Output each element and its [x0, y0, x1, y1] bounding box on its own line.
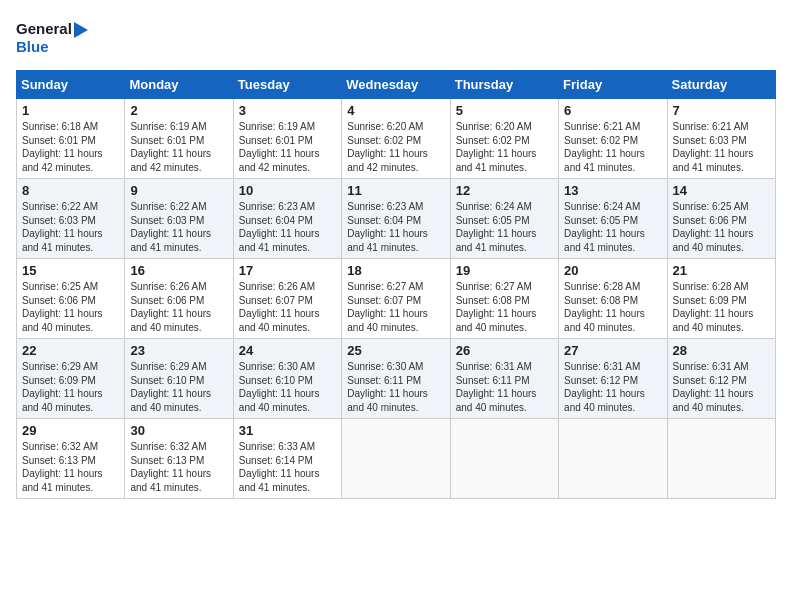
day-number: 24	[239, 343, 336, 358]
svg-marker-1	[74, 22, 88, 38]
calendar-cell: 14Sunrise: 6:25 AMSunset: 6:06 PMDayligh…	[667, 179, 775, 259]
calendar-cell: 13Sunrise: 6:24 AMSunset: 6:05 PMDayligh…	[559, 179, 667, 259]
day-number: 7	[673, 103, 770, 118]
cell-content: Sunrise: 6:24 AMSunset: 6:05 PMDaylight:…	[456, 200, 553, 254]
calendar-cell: 25Sunrise: 6:30 AMSunset: 6:11 PMDayligh…	[342, 339, 450, 419]
calendar-cell: 15Sunrise: 6:25 AMSunset: 6:06 PMDayligh…	[17, 259, 125, 339]
svg-text:General: General	[16, 20, 72, 37]
calendar-table: Sunday Monday Tuesday Wednesday Thursday…	[16, 70, 776, 499]
calendar-cell: 23Sunrise: 6:29 AMSunset: 6:10 PMDayligh…	[125, 339, 233, 419]
calendar-cell: 31Sunrise: 6:33 AMSunset: 6:14 PMDayligh…	[233, 419, 341, 499]
calendar-cell: 17Sunrise: 6:26 AMSunset: 6:07 PMDayligh…	[233, 259, 341, 339]
calendar-cell: 3Sunrise: 6:19 AMSunset: 6:01 PMDaylight…	[233, 99, 341, 179]
cell-content: Sunrise: 6:28 AMSunset: 6:09 PMDaylight:…	[673, 280, 770, 334]
calendar-cell: 19Sunrise: 6:27 AMSunset: 6:08 PMDayligh…	[450, 259, 558, 339]
day-number: 22	[22, 343, 119, 358]
day-number: 18	[347, 263, 444, 278]
day-number: 1	[22, 103, 119, 118]
day-number: 10	[239, 183, 336, 198]
day-number: 19	[456, 263, 553, 278]
cell-content: Sunrise: 6:26 AMSunset: 6:06 PMDaylight:…	[130, 280, 227, 334]
calendar-cell: 12Sunrise: 6:24 AMSunset: 6:05 PMDayligh…	[450, 179, 558, 259]
cell-content: Sunrise: 6:18 AMSunset: 6:01 PMDaylight:…	[22, 120, 119, 174]
cell-content: Sunrise: 6:32 AMSunset: 6:13 PMDaylight:…	[130, 440, 227, 494]
calendar-cell: 2Sunrise: 6:19 AMSunset: 6:01 PMDaylight…	[125, 99, 233, 179]
day-number: 13	[564, 183, 661, 198]
day-number: 26	[456, 343, 553, 358]
logo: General Blue	[16, 16, 96, 60]
col-friday: Friday	[559, 71, 667, 99]
day-number: 3	[239, 103, 336, 118]
calendar-cell: 22Sunrise: 6:29 AMSunset: 6:09 PMDayligh…	[17, 339, 125, 419]
day-number: 25	[347, 343, 444, 358]
calendar-cell: 6Sunrise: 6:21 AMSunset: 6:02 PMDaylight…	[559, 99, 667, 179]
day-number: 12	[456, 183, 553, 198]
day-number: 6	[564, 103, 661, 118]
header: General Blue	[16, 16, 776, 60]
day-number: 15	[22, 263, 119, 278]
calendar-cell: 18Sunrise: 6:27 AMSunset: 6:07 PMDayligh…	[342, 259, 450, 339]
day-number: 20	[564, 263, 661, 278]
calendar-cell: 30Sunrise: 6:32 AMSunset: 6:13 PMDayligh…	[125, 419, 233, 499]
cell-content: Sunrise: 6:31 AMSunset: 6:12 PMDaylight:…	[564, 360, 661, 414]
calendar-cell: 11Sunrise: 6:23 AMSunset: 6:04 PMDayligh…	[342, 179, 450, 259]
day-number: 11	[347, 183, 444, 198]
calendar-cell: 16Sunrise: 6:26 AMSunset: 6:06 PMDayligh…	[125, 259, 233, 339]
day-number: 28	[673, 343, 770, 358]
calendar-cell: 28Sunrise: 6:31 AMSunset: 6:12 PMDayligh…	[667, 339, 775, 419]
day-number: 31	[239, 423, 336, 438]
calendar-cell: 8Sunrise: 6:22 AMSunset: 6:03 PMDaylight…	[17, 179, 125, 259]
calendar-cell	[450, 419, 558, 499]
cell-content: Sunrise: 6:22 AMSunset: 6:03 PMDaylight:…	[130, 200, 227, 254]
calendar-cell	[559, 419, 667, 499]
cell-content: Sunrise: 6:27 AMSunset: 6:08 PMDaylight:…	[456, 280, 553, 334]
day-number: 30	[130, 423, 227, 438]
calendar-cell: 9Sunrise: 6:22 AMSunset: 6:03 PMDaylight…	[125, 179, 233, 259]
day-number: 23	[130, 343, 227, 358]
calendar-cell: 27Sunrise: 6:31 AMSunset: 6:12 PMDayligh…	[559, 339, 667, 419]
day-number: 14	[673, 183, 770, 198]
col-tuesday: Tuesday	[233, 71, 341, 99]
col-monday: Monday	[125, 71, 233, 99]
calendar-cell: 7Sunrise: 6:21 AMSunset: 6:03 PMDaylight…	[667, 99, 775, 179]
col-wednesday: Wednesday	[342, 71, 450, 99]
cell-content: Sunrise: 6:26 AMSunset: 6:07 PMDaylight:…	[239, 280, 336, 334]
cell-content: Sunrise: 6:28 AMSunset: 6:08 PMDaylight:…	[564, 280, 661, 334]
svg-text:Blue: Blue	[16, 38, 49, 55]
calendar-cell: 5Sunrise: 6:20 AMSunset: 6:02 PMDaylight…	[450, 99, 558, 179]
logo-image: General Blue	[16, 16, 96, 60]
cell-content: Sunrise: 6:21 AMSunset: 6:03 PMDaylight:…	[673, 120, 770, 174]
cell-content: Sunrise: 6:21 AMSunset: 6:02 PMDaylight:…	[564, 120, 661, 174]
day-number: 29	[22, 423, 119, 438]
day-number: 21	[673, 263, 770, 278]
day-number: 2	[130, 103, 227, 118]
calendar-cell: 4Sunrise: 6:20 AMSunset: 6:02 PMDaylight…	[342, 99, 450, 179]
cell-content: Sunrise: 6:30 AMSunset: 6:10 PMDaylight:…	[239, 360, 336, 414]
calendar-cell: 21Sunrise: 6:28 AMSunset: 6:09 PMDayligh…	[667, 259, 775, 339]
calendar-cell: 1Sunrise: 6:18 AMSunset: 6:01 PMDaylight…	[17, 99, 125, 179]
day-number: 9	[130, 183, 227, 198]
cell-content: Sunrise: 6:29 AMSunset: 6:09 PMDaylight:…	[22, 360, 119, 414]
day-number: 17	[239, 263, 336, 278]
calendar-cell: 29Sunrise: 6:32 AMSunset: 6:13 PMDayligh…	[17, 419, 125, 499]
calendar-cell: 26Sunrise: 6:31 AMSunset: 6:11 PMDayligh…	[450, 339, 558, 419]
cell-content: Sunrise: 6:23 AMSunset: 6:04 PMDaylight:…	[239, 200, 336, 254]
col-sunday: Sunday	[17, 71, 125, 99]
cell-content: Sunrise: 6:20 AMSunset: 6:02 PMDaylight:…	[456, 120, 553, 174]
calendar-cell: 24Sunrise: 6:30 AMSunset: 6:10 PMDayligh…	[233, 339, 341, 419]
day-number: 4	[347, 103, 444, 118]
cell-content: Sunrise: 6:19 AMSunset: 6:01 PMDaylight:…	[130, 120, 227, 174]
cell-content: Sunrise: 6:29 AMSunset: 6:10 PMDaylight:…	[130, 360, 227, 414]
day-number: 8	[22, 183, 119, 198]
day-number: 27	[564, 343, 661, 358]
day-number: 5	[456, 103, 553, 118]
cell-content: Sunrise: 6:24 AMSunset: 6:05 PMDaylight:…	[564, 200, 661, 254]
calendar-cell	[342, 419, 450, 499]
calendar-cell: 20Sunrise: 6:28 AMSunset: 6:08 PMDayligh…	[559, 259, 667, 339]
cell-content: Sunrise: 6:33 AMSunset: 6:14 PMDaylight:…	[239, 440, 336, 494]
cell-content: Sunrise: 6:22 AMSunset: 6:03 PMDaylight:…	[22, 200, 119, 254]
calendar-cell: 10Sunrise: 6:23 AMSunset: 6:04 PMDayligh…	[233, 179, 341, 259]
calendar-cell	[667, 419, 775, 499]
cell-content: Sunrise: 6:27 AMSunset: 6:07 PMDaylight:…	[347, 280, 444, 334]
cell-content: Sunrise: 6:31 AMSunset: 6:12 PMDaylight:…	[673, 360, 770, 414]
